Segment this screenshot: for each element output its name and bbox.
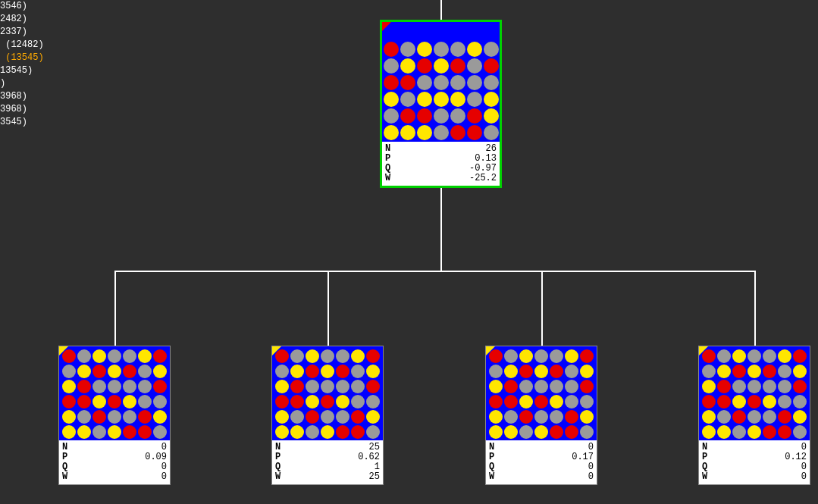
board-cell — [484, 92, 499, 107]
board-cell — [504, 365, 518, 378]
board-cell — [434, 25, 449, 40]
board-cell — [717, 349, 731, 363]
board-cell — [763, 349, 776, 363]
board-cell — [534, 410, 548, 424]
board-cell — [290, 425, 304, 439]
board-cell — [484, 125, 499, 140]
board-cell — [489, 395, 503, 409]
tree-node-child[interactable]: N0P0.12Q0W0 — [698, 346, 810, 485]
board-cell — [138, 410, 152, 424]
board-cell — [92, 410, 106, 424]
board-cell — [123, 365, 136, 378]
board-cell — [138, 425, 152, 439]
stat-label-w: W — [489, 472, 494, 482]
board-cell — [384, 125, 399, 140]
tree-node-child[interactable]: N25P0.62Q1W25 — [271, 346, 384, 485]
tree-list-item[interactable]: (12482) — [0, 39, 44, 52]
board-cell — [351, 425, 365, 439]
board-cell — [450, 108, 465, 124]
board-cell — [717, 380, 731, 393]
turn-marker-icon — [59, 346, 68, 355]
board-cell — [763, 365, 776, 378]
board-cell — [351, 410, 365, 424]
board-cell — [747, 365, 761, 378]
board-cell — [138, 349, 152, 363]
tree-list-item[interactable]: 3545) — [0, 116, 44, 129]
board-cell — [504, 425, 518, 439]
board-cell — [123, 395, 136, 409]
board-cell — [321, 410, 334, 424]
board-cell — [717, 365, 731, 378]
board-cell — [489, 380, 503, 393]
board-cell — [138, 395, 152, 409]
board-cell — [778, 410, 791, 424]
sidebar-tree-list: 3546)2482)2337) (12482) (13545)13545))39… — [0, 0, 44, 129]
tree-list-item[interactable]: (13545) — [0, 52, 44, 64]
board-cell — [450, 75, 465, 90]
board-cell — [400, 125, 415, 140]
board-cell — [77, 365, 91, 378]
tree-list-item[interactable]: 2337) — [0, 26, 44, 39]
board-cell — [321, 425, 334, 439]
board-cell — [336, 410, 349, 424]
board-cell — [434, 58, 449, 74]
board-cell — [336, 425, 349, 439]
tree-node-child[interactable]: N0P0.09Q0W0 — [58, 346, 171, 485]
board-cell — [306, 425, 319, 439]
board-cell — [351, 380, 365, 393]
tree-list-item[interactable]: ) — [0, 77, 44, 90]
board-cell — [550, 395, 563, 409]
board-cell — [92, 365, 106, 378]
tree-node-root[interactable]: N26 P0.13 Q-0.97 W-25.2 — [380, 20, 502, 188]
board-cell — [550, 349, 563, 363]
tree-node-child[interactable]: N0P0.17Q0W0 — [485, 346, 597, 485]
board-cell — [290, 365, 304, 378]
board-cell — [290, 380, 304, 393]
connect4-board — [699, 346, 810, 440]
board-cell — [763, 410, 776, 424]
board-cell — [62, 410, 76, 424]
canvas: { "sidebar_lines": [ {"text": "3546)", "… — [0, 0, 818, 504]
board-cell — [434, 108, 449, 124]
board-cell — [534, 380, 548, 393]
board-cell — [747, 349, 761, 363]
board-cell — [417, 75, 432, 90]
tree-list-item[interactable]: 2482) — [0, 13, 44, 26]
board-cell — [484, 25, 499, 40]
turn-marker-icon — [272, 346, 281, 355]
board-cell — [153, 410, 167, 424]
board-cell — [417, 92, 432, 107]
board-cell — [77, 380, 91, 393]
node-stats: N25P0.62Q1W25 — [272, 440, 383, 484]
board-cell — [732, 380, 746, 393]
board-cell — [747, 395, 761, 409]
turn-marker-icon — [486, 346, 495, 355]
board-cell — [534, 349, 548, 363]
board-cell — [321, 395, 334, 409]
tree-list-item[interactable]: 3968) — [0, 103, 44, 116]
board-cell — [450, 25, 465, 40]
board-cell — [467, 75, 482, 90]
board-cell — [534, 365, 548, 378]
tree-list-item[interactable]: 3546) — [0, 0, 44, 13]
stat-label-w: W — [62, 472, 67, 482]
board-cell — [519, 365, 533, 378]
board-cell — [92, 395, 106, 409]
board-cell — [434, 125, 449, 140]
board-cell — [489, 425, 503, 439]
board-cell — [747, 425, 761, 439]
board-cell — [153, 380, 167, 393]
board-cell — [793, 410, 807, 424]
tree-list-item[interactable]: 3968) — [0, 90, 44, 103]
stat-value-w: 0 — [801, 472, 807, 482]
board-cell — [138, 380, 152, 393]
board-cell — [702, 410, 716, 424]
board-cell — [400, 25, 415, 40]
board-cell — [565, 410, 578, 424]
connect4-board — [486, 346, 597, 440]
board-cell — [550, 425, 563, 439]
tree-list-item[interactable]: 13545) — [0, 64, 44, 77]
board-cell — [62, 425, 76, 439]
board-cell — [77, 349, 91, 363]
board-cell — [565, 380, 578, 393]
